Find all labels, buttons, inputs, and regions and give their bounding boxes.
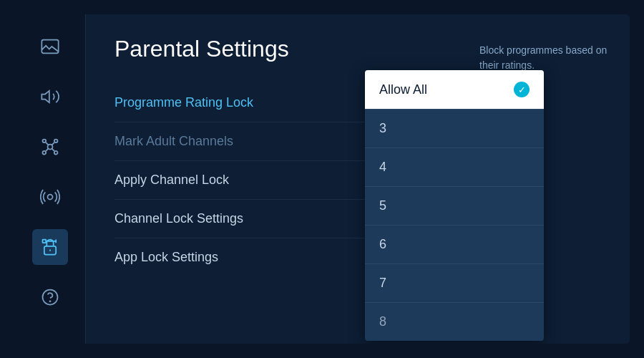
sidebar [14,14,86,344]
sidebar-item-support[interactable] [32,279,68,315]
sidebar-item-picture[interactable] [32,29,68,64]
dropdown-option-3-label: 3 [379,121,386,136]
dropdown-option-3[interactable]: 3 [365,110,544,148]
main-content: Parental Settings Programme Rating Lock … [86,14,630,344]
setting-label-programme-rating-lock: Programme Rating Lock [114,95,253,110]
dropdown-option-8-label: 8 [379,314,386,329]
dropdown-option-4[interactable]: 4 [365,148,544,187]
dropdown-option-5-label: 5 [379,198,386,213]
svg-point-5 [42,151,46,155]
svg-line-8 [52,142,54,145]
dropdown-option-allow-all-label: Allow All [379,82,427,97]
sidebar-item-broadcast[interactable] [32,179,68,215]
svg-rect-14 [42,240,46,243]
svg-line-7 [46,142,48,145]
setting-label-app-lock-settings: App Lock Settings [114,250,218,265]
sidebar-item-sound[interactable] [32,79,68,115]
setting-label-apply-channel-lock: Apply Channel Lock [114,173,229,188]
sidebar-item-parental[interactable] [32,229,68,265]
setting-label-mark-adult-channels: Mark Adult Channels [114,134,233,149]
dropdown-option-4-label: 4 [379,160,386,175]
dropdown-option-allow-all[interactable]: Allow All ✓ [365,70,544,110]
svg-line-10 [52,148,54,151]
dropdown-option-6[interactable]: 6 [365,226,544,264]
dropdown-option-6-label: 6 [379,237,386,252]
svg-line-9 [46,148,48,151]
dropdown-option-5[interactable]: 5 [365,187,544,226]
svg-point-6 [54,151,57,155]
setting-label-channel-lock-settings: Channel Lock Settings [114,211,243,226]
screen: Parental Settings Programme Rating Lock … [14,14,630,344]
svg-point-3 [42,140,46,143]
svg-point-18 [49,301,50,301]
svg-marker-1 [42,91,49,102]
dropdown-option-8[interactable]: 8 [365,303,544,341]
dropdown-option-7[interactable]: 7 [365,264,544,303]
selected-checkmark: ✓ [514,82,530,97]
svg-point-4 [54,140,57,143]
rating-dropdown: Allow All ✓ 3 4 5 6 7 8 [365,70,544,341]
help-text: Block programmes based on their ratings. [479,43,608,73]
dropdown-option-7-label: 7 [379,276,386,291]
svg-point-17 [42,290,57,305]
sidebar-item-network[interactable] [32,129,68,165]
svg-point-11 [47,195,52,200]
